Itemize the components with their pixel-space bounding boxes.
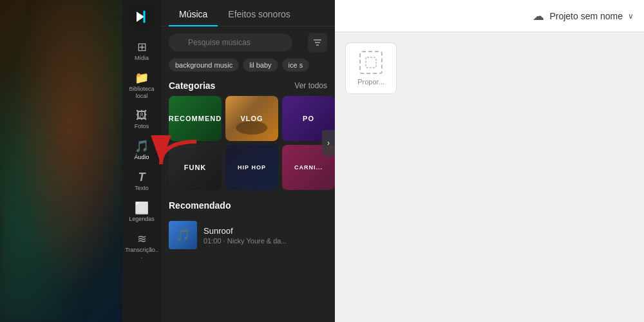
recommended-title: Recomendado [169,200,231,211]
subtitles-icon: ⬜ [135,202,149,214]
categories-grid: RECOMMEND FUNK VLOG [169,96,327,190]
category-hiphop-label: HIP HOP [225,145,278,190]
rec-title-sunroof: Sunroof [204,226,327,236]
svg-rect-5 [366,57,376,68]
tab-musica[interactable]: Música [169,0,218,26]
categories-title: Categorias [169,80,215,91]
sidebar-item-transcription-label: Transcrição... [125,247,158,261]
sidebar-item-text[interactable]: T Texto [122,166,161,197]
categories-grid-wrapper: RECOMMEND FUNK VLOG [161,96,335,190]
sidebar-item-library[interactable]: 📁 Biblioteca local [122,67,161,105]
sidebar: ⊞ Mídia 📁 Biblioteca local 🖼 Fotos 🎵 Áud… [122,0,161,322]
project-name: Projeto sem nome [549,11,623,21]
rec-thumb-inner: 🎵 [169,221,197,249]
main-panel: Música Efeitos sonoros 🔍 background musi… [161,0,335,322]
app-logo [130,5,153,28]
category-funk-label: FUNK [169,145,222,190]
search-area: 🔍 [161,26,335,56]
categories-col-2: VLOG HIP HOP [225,96,278,190]
library-icon: 📁 [135,72,149,84]
categories-col-1: RECOMMEND FUNK [169,96,222,190]
rec-info-sunroof: Sunroof 01:00 · Nicky Youre & da... [204,226,327,245]
sidebar-item-text-label: Texto [135,185,149,192]
rec-thumb-sunroof: 🎵 [169,221,197,249]
aspect-ratio-icon [359,51,383,74]
category-vlog-label: VLOG [225,96,278,141]
recommended-item-sunroof[interactable]: 🎵 Sunroof 01:00 · Nicky Youre & da... [169,216,327,254]
search-wrapper: 🔍 [169,33,303,52]
sidebar-item-audio[interactable]: 🎵 Áudio [122,135,161,166]
search-input[interactable] [169,33,292,52]
sidebar-item-subtitles-label: Legendas [129,216,155,223]
text-icon: T [138,171,146,183]
sidebar-item-audio-label: Áudio [134,154,149,161]
tags-container: background music lil baby ice s [161,56,335,77]
aspect-ratio-label: Propor... [357,78,384,86]
audio-icon: 🎵 [135,140,149,152]
categories-header: Categorias Ver todos [161,77,335,96]
aspect-ratio-card[interactable]: Propor... [345,43,397,94]
rec-sub-sunroof: 01:00 · Nicky Youre & da... [204,237,327,245]
recommended-list: 🎵 Sunroof 01:00 · Nicky Youre & da... [161,216,335,254]
category-funk[interactable]: FUNK [169,145,222,190]
right-header: ☁ Projeto sem nome ∨ [335,0,644,32]
chevron-down-icon[interactable]: ∨ [628,12,634,21]
tag-lil-baby[interactable]: lil baby [243,59,278,71]
sidebar-item-transcription[interactable]: ≋ Transcrição... [122,228,161,266]
grid-nav-next[interactable]: › [322,130,335,156]
tag-background-music[interactable]: background music [169,59,239,71]
media-icon: ⊞ [137,41,147,53]
sidebar-item-media[interactable]: ⊞ Mídia [122,36,161,67]
sidebar-item-photos-label: Fotos [135,123,149,130]
photos-icon: 🖼 [136,109,147,121]
category-recommend-label: RECOMMEND [169,96,222,141]
tag-ice[interactable]: ice s [282,59,310,71]
see-all-button[interactable]: Ver todos [294,81,327,90]
category-hiphop[interactable]: HIP HOP [225,145,278,190]
background-blur-area [0,0,122,322]
category-vlog[interactable]: VLOG [225,96,278,141]
tabs-container: Música Efeitos sonoros [161,0,335,26]
tab-efeitos[interactable]: Efeitos sonoros [218,0,301,26]
filter-button[interactable] [308,33,327,52]
right-panel: ☁ Projeto sem nome ∨ Propor... [335,0,644,322]
canvas-area: Propor... [335,32,644,322]
sidebar-item-subtitles[interactable]: ⬜ Legendas [122,197,161,228]
recommended-header: Recomendado [161,196,335,216]
sidebar-item-media-label: Mídia [135,55,149,62]
category-recommend[interactable]: RECOMMEND [169,96,222,141]
sidebar-item-photos[interactable]: 🖼 Fotos [122,104,161,135]
cloud-icon: ☁ [533,9,544,23]
transcription-icon: ≋ [137,233,147,245]
sidebar-item-library-label: Biblioteca local [129,86,154,100]
